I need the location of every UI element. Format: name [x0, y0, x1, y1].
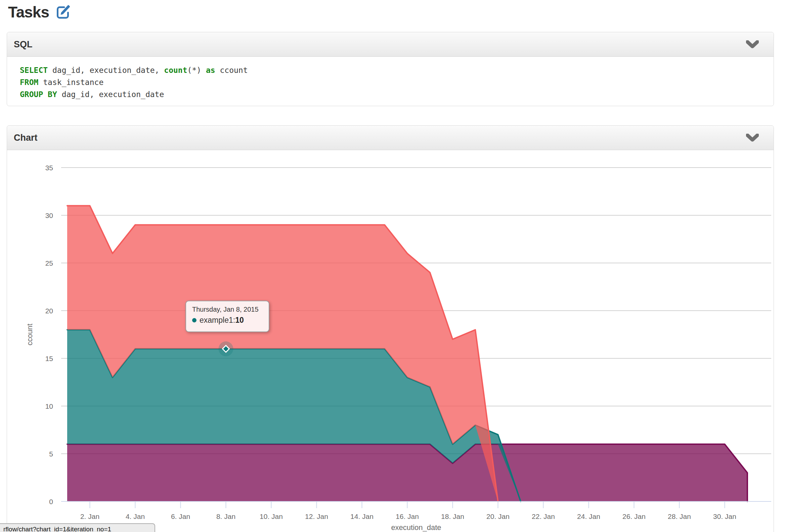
tooltip-date: Thursday, Jan 8, 2015	[192, 306, 264, 314]
x-tick-label: 12. Jan	[305, 512, 328, 520]
series-purple[interactable]	[67, 444, 747, 502]
y-axis-title: ccount	[25, 324, 34, 346]
x-tick-label: 26. Jan	[622, 512, 646, 520]
y-tick-label: 10	[45, 402, 53, 410]
chart-panel: Chart 2. Jan4. Jan6. Jan8. Jan10. Jan12.…	[7, 125, 774, 532]
tooltip-series-label: example1	[200, 316, 233, 325]
x-tick-label: 22. Jan	[532, 512, 555, 520]
chevron-down-icon[interactable]	[746, 134, 759, 142]
page-header: Tasks	[8, 3, 786, 22]
sql-code: SELECT dag_id, execution_date, count(*) …	[7, 57, 773, 100]
x-tick-label: 14. Jan	[350, 512, 373, 520]
y-tick-label: 5	[49, 450, 53, 458]
x-tick-label: 8. Jan	[216, 512, 235, 520]
x-tick-label: 28. Jan	[668, 512, 691, 520]
series-bullet-icon	[192, 318, 196, 322]
x-tick-label: 6. Jan	[171, 512, 190, 520]
x-tick-label: 24. Jan	[577, 512, 600, 520]
y-axis-labels: 05101520253035	[45, 164, 53, 506]
x-tick-label: 18. Jan	[441, 512, 464, 520]
status-bar-url: rflow/chart?chart_id=1&iteration_no=1	[0, 523, 155, 532]
y-tick-label: 15	[45, 355, 53, 363]
sql-panel-title: SQL	[14, 39, 32, 50]
y-tick-label: 35	[45, 164, 53, 171]
x-tick-label: 2. Jan	[80, 512, 99, 520]
page-title: Tasks	[8, 3, 49, 21]
y-tick-label: 30	[45, 212, 53, 219]
y-tick-label: 0	[49, 498, 53, 506]
chart-tooltip: Thursday, Jan 8, 2015 example1 : 10	[185, 301, 270, 332]
x-tick-label: 30. Jan	[713, 512, 736, 520]
chart-panel-title: Chart	[14, 133, 38, 143]
x-axis: 2. Jan4. Jan6. Jan8. Jan10. Jan12. Jan14…	[61, 502, 771, 520]
x-axis-title: execution_date	[391, 523, 441, 532]
hover-point-marker	[219, 342, 233, 356]
y-tick-label: 25	[45, 259, 53, 267]
tooltip-series-row: example1 : 10	[192, 316, 264, 325]
tooltip-value: 10	[235, 316, 244, 325]
chevron-down-icon[interactable]	[746, 40, 759, 48]
series-group	[67, 206, 747, 502]
sql-panel: SQL SELECT dag_id, execution_date, count…	[7, 32, 774, 106]
chart-panel-header[interactable]: Chart	[7, 125, 773, 150]
x-tick-label: 20. Jan	[486, 512, 510, 520]
x-tick-label: 16. Jan	[396, 512, 419, 520]
sql-panel-header[interactable]: SQL	[7, 32, 773, 57]
x-tick-label: 10. Jan	[260, 512, 283, 520]
y-tick-label: 20	[45, 307, 53, 315]
x-tick-label: 4. Jan	[125, 512, 145, 520]
tasks-area-chart[interactable]: 2. Jan4. Jan6. Jan8. Jan10. Jan12. Jan14…	[7, 150, 773, 532]
edit-pencil-square-icon[interactable]	[56, 4, 71, 21]
